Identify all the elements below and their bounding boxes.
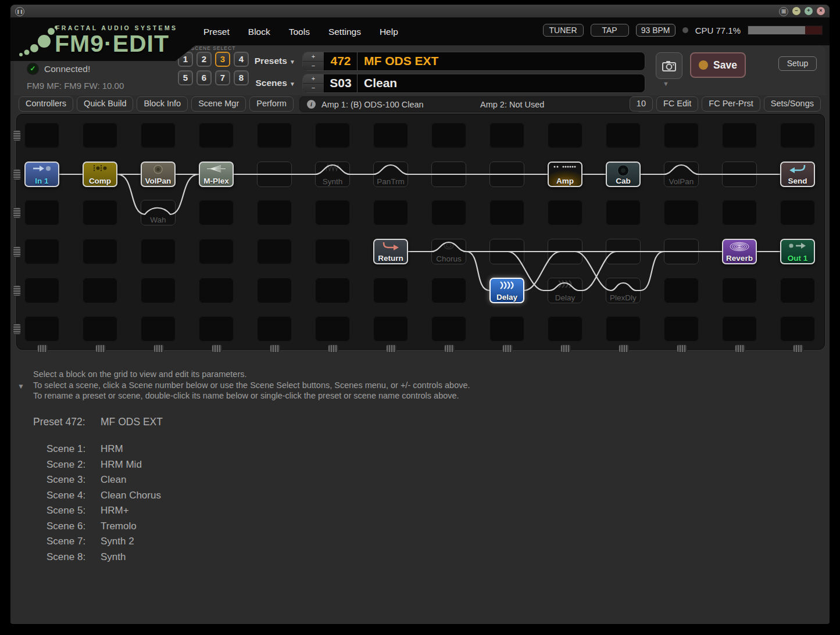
grid-cell[interactable]	[257, 200, 292, 225]
row-grip[interactable]	[13, 324, 21, 335]
scene-increment-button[interactable]: +	[303, 74, 324, 84]
preset-name-bar[interactable]: + − 472 MF ODS EXT	[302, 52, 645, 71]
info-icon[interactable]: i	[307, 100, 316, 109]
block-delay[interactable]: Delay	[489, 278, 524, 303]
preset-name[interactable]: MF ODS EXT	[358, 52, 438, 70]
grid-cell[interactable]	[83, 316, 117, 342]
scene-list-name[interactable]: HRM	[101, 442, 123, 457]
grid-cell[interactable]	[83, 123, 117, 148]
scene-button-8[interactable]: 8	[234, 70, 249, 85]
grid-cell[interactable]	[664, 278, 699, 303]
block-comp[interactable]: Comp	[83, 162, 117, 187]
scene-button-6[interactable]: 6	[196, 70, 212, 85]
scene-button-4[interactable]: 4	[234, 52, 249, 67]
grid-cell[interactable]	[373, 316, 408, 342]
scene-name[interactable]: Clean	[358, 74, 397, 92]
grid-cell[interactable]	[606, 123, 641, 148]
window-maximize-button[interactable]: +	[805, 7, 813, 15]
scene-list-name[interactable]: HRM+	[101, 503, 129, 519]
menu-item-preset[interactable]: Preset	[203, 27, 230, 37]
grid-cell[interactable]	[780, 200, 815, 225]
tap-button[interactable]: TAP	[591, 24, 629, 37]
scene-button-5[interactable]: 5	[178, 70, 193, 85]
toolbar-button-block-info[interactable]: Block Info	[137, 96, 188, 112]
presets-dropdown[interactable]: Presets ▼	[249, 56, 295, 66]
snapshot-caret-icon[interactable]: ▼	[663, 80, 669, 87]
column-grip[interactable]	[619, 345, 629, 353]
scene-list-row[interactable]: Scene 8:Synth	[47, 550, 161, 565]
grid-cell[interactable]	[199, 316, 234, 342]
window-titlebar[interactable]: ❚❚ ▣ − + ×	[10, 5, 830, 18]
shunt-block[interactable]	[664, 239, 699, 264]
scene-list-name[interactable]: Synth	[101, 550, 126, 565]
row-grip[interactable]	[13, 130, 21, 141]
scene-list-row[interactable]: Scene 2:HRM Mid	[47, 457, 161, 473]
grid-cell[interactable]	[780, 278, 815, 303]
scene-list-row[interactable]: Scene 5:HRM+	[47, 503, 161, 519]
scene-list-row[interactable]: Scene 4:Clean Chorus	[47, 488, 161, 504]
scene-number[interactable]: S03	[324, 74, 358, 92]
grid-cell[interactable]	[431, 278, 466, 303]
grid-cell[interactable]	[548, 123, 582, 148]
grid-cell[interactable]	[548, 200, 582, 225]
grid-cell[interactable]	[199, 239, 234, 264]
toolbar-button-10[interactable]: 10	[630, 96, 653, 112]
grid-cell[interactable]	[199, 200, 234, 225]
grid-cell[interactable]	[431, 123, 466, 148]
scene-list-row[interactable]: Scene 6:Tremolo	[47, 519, 161, 534]
scene-button-3[interactable]: 3	[215, 52, 230, 67]
scene-list-row[interactable]: Scene 7:Synth 2	[47, 534, 161, 550]
grid-cell[interactable]	[489, 316, 524, 342]
toolbar-button-fc-edit[interactable]: FC Edit	[656, 96, 698, 112]
grid-cell[interactable]	[606, 316, 641, 342]
grid-cell[interactable]	[373, 200, 408, 225]
row-grip[interactable]	[13, 169, 21, 180]
toolbar-button-perform[interactable]: Perform	[249, 96, 294, 112]
toolbar-button-fc-per-prst[interactable]: FC Per-Prst	[702, 96, 760, 112]
shunt-block[interactable]	[548, 239, 582, 264]
ghost-block-delay[interactable]: Delay	[548, 278, 582, 303]
snapshot-button[interactable]	[656, 52, 682, 79]
grid-cell[interactable]	[780, 316, 815, 342]
menu-item-block[interactable]: Block	[248, 27, 270, 37]
grid-cell[interactable]	[315, 278, 350, 303]
column-grip[interactable]	[793, 345, 803, 353]
ghost-block-synth[interactable]: Synth	[315, 162, 350, 187]
grid-cell[interactable]	[373, 123, 408, 148]
grid-cell[interactable]	[722, 123, 757, 148]
scene-name-bar[interactable]: + − S03 Clean	[302, 74, 645, 93]
menu-item-help[interactable]: Help	[380, 27, 398, 37]
grid-cell[interactable]	[722, 278, 757, 303]
grid-cell[interactable]	[489, 200, 524, 225]
grid-cell[interactable]	[257, 123, 292, 148]
column-grip[interactable]	[95, 345, 106, 353]
shunt-block[interactable]	[722, 162, 757, 187]
save-button[interactable]: Save	[690, 52, 746, 78]
scene-button-7[interactable]: 7	[215, 70, 230, 85]
block-send[interactable]: Send	[780, 162, 815, 187]
grid-cell[interactable]	[664, 123, 699, 148]
scene-list-name[interactable]: Clean Chorus	[101, 488, 161, 504]
column-grip[interactable]	[212, 345, 222, 353]
scene-list-name[interactable]: Clean	[101, 472, 126, 488]
toolbar-button-quick-build[interactable]: Quick Build	[77, 96, 133, 112]
block-return[interactable]: Return	[373, 239, 408, 264]
grid-cell[interactable]	[141, 239, 176, 264]
row-grip[interactable]	[13, 207, 21, 218]
preset-heading-name[interactable]: MF ODS EXT	[101, 416, 163, 428]
shunt-block[interactable]	[257, 162, 292, 187]
grid-cell[interactable]	[141, 123, 176, 148]
scenes-dropdown[interactable]: Scenes ▼	[249, 78, 295, 88]
grid-cell[interactable]	[315, 200, 350, 225]
grid-cell[interactable]	[24, 278, 59, 303]
scene-button-2[interactable]: 2	[196, 52, 212, 67]
scene-list-row[interactable]: Scene 3:Clean	[47, 472, 161, 488]
scene-decrement-button[interactable]: −	[303, 84, 324, 92]
grid-cell[interactable]	[431, 200, 466, 225]
shunt-block[interactable]	[489, 162, 524, 187]
column-grip[interactable]	[502, 345, 513, 353]
grid-cell[interactable]	[548, 316, 582, 342]
ghost-block-wah[interactable]: Wah	[141, 200, 176, 225]
grid-cell[interactable]	[24, 200, 59, 225]
scene-list-name[interactable]: HRM Mid	[101, 457, 142, 473]
